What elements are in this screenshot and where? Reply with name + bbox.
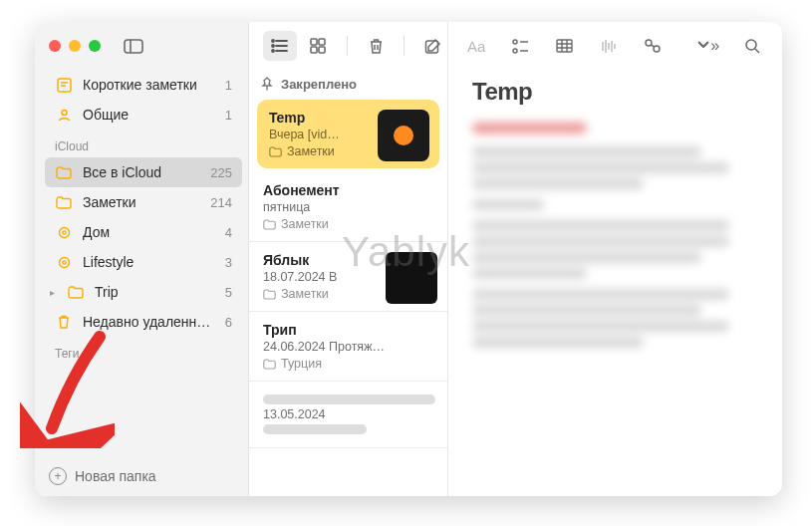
note-subtitle: 24.06.2024 Протяж… <box>263 340 435 354</box>
note-subtitle: 13.05.2024 <box>263 407 435 421</box>
folder-icon <box>269 146 282 157</box>
note-content[interactable]: Temp <box>448 70 782 496</box>
note-item[interactable]: Temp Вчера [vid… Заметки <box>257 100 439 168</box>
svg-line-37 <box>755 49 759 53</box>
toolbar-divider <box>347 36 348 56</box>
plus-circle-icon: + <box>49 467 67 485</box>
sidebar-item-quick[interactable]: Короткие заметки 1 <box>45 70 242 100</box>
sidebar-item-label: Trip <box>95 284 215 300</box>
svg-point-12 <box>272 45 274 47</box>
pinned-label: Закреплено <box>281 77 357 92</box>
folder-icon <box>263 359 276 370</box>
sidebar-section-tags: Теги <box>45 337 242 365</box>
sidebar-content: Короткие заметки 1 Общие 1 iCloud Все в … <box>35 70 248 456</box>
media-button[interactable] <box>593 31 625 61</box>
svg-point-6 <box>59 257 69 267</box>
sidebar-item-shared[interactable]: Общие 1 <box>45 100 242 130</box>
checklist-button[interactable] <box>504 31 536 61</box>
svg-rect-17 <box>319 47 325 53</box>
view-grid-button[interactable] <box>301 31 335 61</box>
note-item[interactable]: Абонемент пятница Заметки <box>249 172 447 242</box>
note-title: Абонемент <box>263 182 435 198</box>
folder-icon <box>263 219 276 230</box>
note-title: Трип <box>263 322 435 338</box>
svg-point-13 <box>272 50 274 52</box>
svg-point-36 <box>746 40 756 50</box>
titlebar <box>35 22 248 70</box>
sidebar-item-lifestyle[interactable]: Lifestyle 3 <box>45 247 242 277</box>
format-button[interactable]: Aa <box>460 31 492 61</box>
quick-note-icon <box>55 78 73 93</box>
sidebar-item-count: 1 <box>225 78 232 93</box>
note-list-pane: Закреплено Temp Вчера [vid… Заметки Абон… <box>249 22 448 496</box>
delete-button[interactable] <box>360 31 392 61</box>
sidebar-item-home[interactable]: Дом 4 <box>45 217 242 247</box>
new-folder-button[interactable]: + Новая папка <box>35 456 248 496</box>
svg-rect-16 <box>311 47 317 53</box>
sidebar-item-count: 6 <box>225 315 232 330</box>
sidebar-toggle-icon[interactable] <box>123 37 144 55</box>
sidebar-item-label: Дом <box>83 224 215 240</box>
sidebar-item-count: 4 <box>225 225 232 240</box>
pinned-header: Закреплено <box>249 70 447 98</box>
main-pane: Aa » Temp <box>448 22 782 496</box>
svg-rect-14 <box>311 39 317 45</box>
sidebar-item-notes[interactable]: Заметки 214 <box>45 187 242 217</box>
note-thumbnail <box>378 110 429 161</box>
sidebar-item-all-icloud[interactable]: Все в iCloud 225 <box>45 157 242 187</box>
note-title: Temp <box>472 78 758 106</box>
folder-icon <box>263 289 276 300</box>
note-folder: Заметки <box>263 217 435 231</box>
minimize-window[interactable] <box>69 40 81 52</box>
svg-point-11 <box>272 40 274 42</box>
sidebar-item-count: 5 <box>225 285 232 300</box>
sidebar-item-label: Общие <box>83 107 215 123</box>
sidebar-item-label: Короткие заметки <box>83 77 215 93</box>
blurred-folder <box>263 424 367 434</box>
search-button[interactable] <box>736 31 768 61</box>
gear-icon <box>55 255 73 270</box>
folder-icon <box>55 166 73 179</box>
note-thumbnail <box>386 252 437 304</box>
svg-point-19 <box>513 40 517 44</box>
sidebar-item-label: Lifestyle <box>83 254 215 270</box>
more-button[interactable]: » <box>692 31 724 61</box>
sidebar-section-icloud: iCloud <box>45 130 242 157</box>
maximize-window[interactable] <box>89 40 101 52</box>
note-folder: Турция <box>263 357 435 371</box>
folder-icon <box>55 196 73 209</box>
blurred-content <box>472 118 758 348</box>
view-list-button[interactable] <box>263 31 297 61</box>
toolbar: Aa » <box>249 22 782 70</box>
toolbar-divider <box>404 36 405 56</box>
sidebar-item-count: 3 <box>225 255 232 270</box>
sidebar-item-trip[interactable]: ▸ Trip 5 <box>45 277 242 307</box>
note-item[interactable]: 13.05.2024 <box>249 382 447 448</box>
note-item[interactable]: Яблык 18.07.2024 В Заметки <box>249 242 447 312</box>
close-window[interactable] <box>49 40 61 52</box>
new-folder-label: Новая папка <box>75 468 156 484</box>
sidebar-item-trash[interactable]: Недавно удаленн… 6 <box>45 307 242 337</box>
chevron-right-icon[interactable]: ▸ <box>47 287 57 298</box>
table-button[interactable] <box>548 31 580 61</box>
svg-point-7 <box>62 260 65 263</box>
svg-rect-0 <box>125 40 142 53</box>
gear-icon <box>55 225 73 240</box>
pin-icon <box>261 77 273 91</box>
sidebar-item-count: 225 <box>210 165 232 180</box>
note-item[interactable]: Трип 24.06.2024 Протяж… Турция <box>249 312 447 382</box>
svg-point-4 <box>59 227 69 237</box>
svg-line-35 <box>651 45 655 47</box>
sidebar-item-label: Заметки <box>83 194 200 210</box>
sidebar-item-label: Все в iCloud <box>83 164 200 180</box>
sidebar-item-count: 214 <box>210 195 232 210</box>
new-note-button[interactable] <box>416 31 448 61</box>
link-button[interactable] <box>637 31 669 61</box>
sidebar-item-label: Недавно удаленн… <box>83 314 215 330</box>
svg-point-21 <box>513 49 517 53</box>
note-list: Temp Вчера [vid… Заметки Абонемент пятни… <box>249 98 447 496</box>
svg-point-5 <box>62 230 65 233</box>
svg-rect-15 <box>319 39 325 45</box>
folder-icon <box>67 286 85 299</box>
blurred-title <box>263 394 435 404</box>
